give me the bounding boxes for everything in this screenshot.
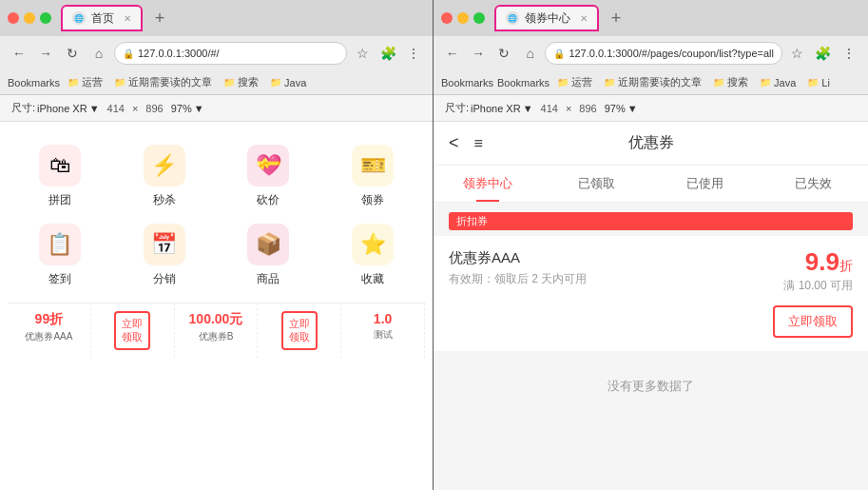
left-icon-kanjia[interactable]: 💝 砍价 bbox=[224, 145, 314, 208]
left-icon-qiandao[interactable]: 📋 签到 bbox=[15, 224, 105, 287]
right-fullscreen-btn[interactable] bbox=[473, 12, 485, 24]
right-tab-coupon[interactable]: 🌐 领券中心 ✕ bbox=[494, 5, 599, 31]
right-minimize-btn[interactable] bbox=[457, 12, 469, 24]
right-folder-icon-3: 📁 bbox=[713, 77, 724, 88]
left-bookmark-label-2: 近期需要读的文章 bbox=[128, 75, 212, 89]
right-tab-yilingqu[interactable]: 已领取 bbox=[542, 166, 650, 202]
right-bookmark-label-5: Li bbox=[821, 77, 830, 88]
left-tab-home[interactable]: 🌐 首页 ✕ bbox=[61, 5, 143, 31]
right-coupon-tabs: 领券中心 已领取 已使用 已失效 bbox=[434, 166, 868, 203]
left-bookmarks-bar: Bookmarks 📁 运营 📁 近期需要读的文章 📁 搜索 📁 Java bbox=[0, 70, 433, 95]
left-close-btn[interactable] bbox=[8, 12, 19, 24]
right-tab-lingquanzhongxin[interactable]: 领券中心 bbox=[434, 166, 542, 202]
left-coupon-receive-btn[interactable]: 立即领取 bbox=[114, 311, 150, 350]
right-header-nav: < ≡ bbox=[449, 133, 483, 153]
right-zoom-select[interactable]: 97% ▼ bbox=[605, 103, 638, 114]
right-tab-yishixiao-label: 已失效 bbox=[795, 176, 832, 190]
left-device-height: 896 bbox=[145, 103, 163, 114]
left-device-width: 414 bbox=[107, 103, 125, 114]
left-reload-btn[interactable]: ↻ bbox=[61, 42, 84, 65]
left-zoom-level: 97% bbox=[171, 103, 192, 114]
left-icon-fenxiao-label: 分销 bbox=[153, 271, 176, 287]
right-device-width: 414 bbox=[541, 103, 558, 114]
right-bookmark-4[interactable]: 📁 Java bbox=[756, 75, 800, 90]
left-address-bar[interactable]: 🔒 127.0.0.1:3000/#/ bbox=[114, 42, 347, 65]
right-traffic-lights bbox=[441, 12, 485, 24]
right-bookmark-3[interactable]: 📁 搜索 bbox=[709, 73, 752, 91]
right-coupon-title: 优惠券AAA bbox=[449, 249, 773, 267]
right-address-icon: 🔒 bbox=[553, 49, 565, 59]
right-home-btn[interactable]: ⌂ bbox=[519, 42, 541, 65]
left-bookmark-btn[interactable]: ☆ bbox=[351, 42, 374, 65]
right-bookmark-btn[interactable]: ☆ bbox=[786, 42, 809, 65]
left-device-select[interactable]: 尺寸: iPhone XR ▼ bbox=[11, 101, 100, 115]
left-extensions-btn[interactable]: 🧩 bbox=[376, 42, 399, 65]
right-bookmark-5[interactable]: 📁 Li bbox=[803, 75, 834, 90]
left-icon-pintuan[interactable]: 🛍 拼团 bbox=[15, 145, 105, 208]
right-bookmark-2[interactable]: 📁 近期需要读的文章 bbox=[600, 73, 705, 91]
left-zoom-select[interactable]: 97% ▼ bbox=[171, 103, 204, 114]
left-coupon-strip: 99折 优惠券AAA 立即领取 100.00元 优惠券B 立即领取 1.0 测试 bbox=[8, 303, 425, 358]
left-icon-miaosha[interactable]: ⚡ 秒杀 bbox=[120, 145, 209, 208]
right-tab-yishixiao[interactable]: 已失效 bbox=[760, 166, 868, 202]
left-icon-shangpin-label: 商品 bbox=[257, 271, 280, 287]
left-coupon-btn-item: 立即领取 bbox=[91, 304, 175, 358]
left-bookmark-3[interactable]: 📁 搜索 bbox=[220, 73, 262, 91]
right-hamburger-btn[interactable]: ≡ bbox=[474, 135, 483, 152]
left-bookmarks-label: Bookmarks bbox=[8, 77, 60, 88]
left-coupon-receive-btn-2[interactable]: 立即领取 bbox=[281, 311, 318, 350]
left-coupon-btn-item-2: 立即领取 bbox=[258, 304, 341, 358]
left-icon-grid: 🛍 拼团 ⚡ 秒杀 💝 砍价 🎫 领券 📋 签到 bbox=[8, 137, 425, 295]
right-bookmark-label-3: 搜索 bbox=[727, 75, 748, 89]
left-icon-shoucang[interactable]: ⭐ 收藏 bbox=[328, 224, 417, 287]
right-extensions-btn[interactable]: 🧩 bbox=[812, 42, 835, 65]
right-close-btn[interactable] bbox=[441, 12, 453, 24]
left-bookmark-4[interactable]: 📁 Java bbox=[266, 75, 310, 90]
left-coupon-item-3: 1.0 测试 bbox=[341, 304, 425, 358]
right-coupon-validity: 有效期：领取后 2 天内可用 bbox=[449, 271, 773, 287]
left-bookmark-1[interactable]: 📁 运营 bbox=[64, 73, 106, 91]
left-nav-extras: ☆ 🧩 ⋮ bbox=[351, 42, 425, 65]
left-coupon-item-1: 99折 优惠券AAA bbox=[8, 304, 91, 358]
right-title-bar: 🌐 领券中心 ✕ + bbox=[434, 0, 868, 36]
right-new-tab-btn[interactable]: + bbox=[605, 7, 627, 29]
right-browser-window: 🌐 领券中心 ✕ + ← → ↻ ⌂ 🔒 127.0.0.1:3000/#/pa… bbox=[434, 0, 868, 490]
left-home-btn[interactable]: ⌂ bbox=[87, 42, 110, 65]
left-icon-lingquan[interactable]: 🎫 领券 bbox=[328, 145, 417, 208]
right-device-bar: 尺寸: iPhone XR ▼ 414 × 896 97% ▼ bbox=[434, 95, 868, 122]
right-coupon-discount-value: 9.9折 bbox=[805, 247, 853, 276]
left-menu-btn[interactable]: ⋮ bbox=[402, 42, 425, 65]
right-coupon-info: 优惠券AAA 有效期：领取后 2 天内可用 bbox=[449, 249, 773, 287]
left-forward-btn[interactable]: → bbox=[34, 42, 57, 65]
right-receive-btn[interactable]: 立即领取 bbox=[773, 305, 853, 338]
left-new-tab-btn[interactable]: + bbox=[148, 7, 171, 29]
left-browser-window: 🌐 首页 ✕ + ← → ↻ ⌂ 🔒 127.0.0.1:3000/#/ ☆ 🧩… bbox=[0, 0, 434, 490]
right-back-btn[interactable]: < bbox=[449, 133, 459, 153]
left-minimize-btn[interactable] bbox=[24, 12, 35, 24]
left-icon-shangpin[interactable]: 📦 商品 bbox=[224, 224, 314, 287]
left-back-btn[interactable]: ← bbox=[8, 42, 30, 65]
left-bookmark-2[interactable]: 📁 近期需要读的文章 bbox=[110, 73, 216, 91]
left-tab-close[interactable]: ✕ bbox=[124, 13, 131, 24]
left-folder-icon-2: 📁 bbox=[114, 77, 125, 88]
left-fullscreen-btn[interactable] bbox=[40, 12, 51, 24]
left-device-bar: 尺寸: iPhone XR ▼ 414 × 896 97% ▼ bbox=[0, 95, 433, 122]
left-tab-label: 首页 bbox=[91, 10, 114, 27]
right-tab-yishiyong[interactable]: 已使用 bbox=[651, 166, 760, 202]
left-icon-miaosha-circle: ⚡ bbox=[144, 145, 185, 186]
right-tab-close[interactable]: ✕ bbox=[580, 13, 588, 24]
right-discount-unit: 折 bbox=[839, 258, 853, 273]
right-folder-icon-1: 📁 bbox=[557, 77, 569, 88]
right-coupon-type-badge: 折扣券 bbox=[449, 212, 853, 230]
left-icon-lingquan-label: 领券 bbox=[361, 192, 384, 208]
right-device-select[interactable]: 尺寸: iPhone XR ▼ bbox=[445, 101, 533, 115]
right-back-nav-btn[interactable]: ← bbox=[441, 42, 463, 65]
right-reload-btn[interactable]: ↻ bbox=[493, 42, 515, 65]
right-forward-nav-btn[interactable]: → bbox=[467, 42, 489, 65]
left-device-name: iPhone XR bbox=[37, 103, 87, 114]
left-icon-qiandao-circle: 📋 bbox=[39, 224, 81, 265]
right-address-bar[interactable]: 🔒 127.0.0.1:3000/#/pages/coupon/list?typ… bbox=[545, 42, 782, 65]
right-bookmark-1[interactable]: 📁 运营 bbox=[553, 73, 596, 91]
right-menu-btn[interactable]: ⋮ bbox=[838, 42, 860, 65]
left-icon-fenxiao[interactable]: 📅 分销 bbox=[120, 224, 209, 287]
